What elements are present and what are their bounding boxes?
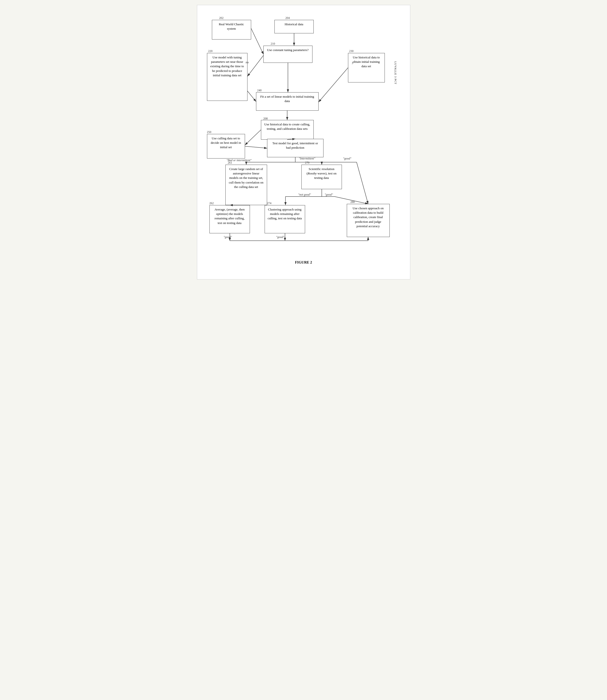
label-no: no (246, 60, 249, 64)
box-208: Use historical data to create culling, t… (261, 120, 314, 140)
box-202-label: Real World Chaotic system (219, 22, 244, 30)
box-230-label: Use historical data to obtain initial tr… (353, 56, 380, 68)
box-230: Use historical data to obtain initial tr… (348, 53, 385, 82)
svg-line-3 (248, 56, 264, 76)
ref-230: 230 (349, 49, 354, 53)
svg-line-10 (245, 146, 267, 148)
box-262: Average, (average, then optimize) the mo… (209, 205, 250, 233)
label-good-270: "good" (325, 193, 333, 197)
svg-line-6 (248, 91, 256, 102)
label-bad-intermittent: "Bad or intermittent" (227, 159, 252, 162)
label-good-260: "good" (343, 157, 352, 161)
label-good-262: "good" (224, 235, 232, 239)
box-202: Real World Chaotic system (212, 20, 251, 40)
label-intermittent: "Intermittent" (299, 157, 315, 161)
box-204: Historical data (274, 20, 314, 33)
ref-280: 280 (351, 200, 355, 204)
box-208-label: Use historical data to create culling, t… (265, 122, 310, 130)
ref-240: 240 (257, 88, 262, 92)
svg-line-1 (251, 28, 264, 54)
svg-line-8 (245, 130, 261, 145)
box-210-label: Use constant tuning parameters? (267, 48, 309, 52)
box-274: Clustering approach using models remaini… (265, 205, 305, 233)
box-220-label: Use model with tuning parameters set nea… (210, 56, 244, 77)
sideways-label: LUVALLE 3 PCT (394, 61, 397, 84)
box-270: Scientific resolution (Rossby waves), te… (301, 165, 342, 189)
ref-270: 270 (305, 161, 310, 165)
box-260: Test model for good, intermittent or bad… (267, 139, 323, 157)
box-261-label: Create large random set of autoregressiv… (229, 167, 264, 189)
ref-250: 250 (207, 130, 211, 134)
figure-label: FIGURE 2 (205, 260, 403, 265)
box-210: Use constant tuning parameters? (264, 46, 312, 63)
label-not-good: "not good" (298, 193, 311, 197)
box-262-label: Average, (average, then optimize) the mo… (214, 208, 245, 225)
box-204-label: Historical data (285, 22, 303, 26)
box-250: Use culling data set to decide on best m… (207, 134, 245, 159)
box-261: Create large random set of autoregressiv… (225, 165, 267, 205)
diagram: LUVALLE 3 PCT 202 204 210 220 230 240 20… (205, 15, 403, 255)
box-280-label: Use chosen approach on calibration data … (353, 206, 384, 228)
svg-line-5 (319, 68, 348, 102)
box-240-label: Fit a set of linear models to initial tr… (260, 95, 314, 103)
ref-204: 204 (286, 16, 290, 20)
box-274-label: Clustering approach using models remaini… (268, 208, 302, 220)
ref-220: 220 (208, 49, 213, 53)
label-good-274: "good" (276, 235, 285, 239)
box-260-label: Test model for good, intermittent or bad… (272, 141, 318, 149)
box-270-label: Scientific resolution (Rossby waves), te… (307, 167, 336, 180)
ref-202: 202 (219, 16, 224, 20)
page: LUVALLE 3 PCT 202 204 210 220 230 240 20… (197, 5, 410, 280)
box-280: Use chosen approach on calibration data … (347, 204, 390, 237)
ref-262: 262 (209, 202, 214, 205)
box-240: Fit a set of linear models to initial tr… (256, 92, 319, 111)
box-220: Use model with tuning parameters set nea… (207, 53, 248, 101)
box-250-label: Use culling data set to decide on best m… (211, 137, 241, 149)
svg-line-15 (357, 162, 368, 204)
ref-274: 274 (267, 202, 272, 205)
ref-210: 210 (271, 42, 275, 46)
